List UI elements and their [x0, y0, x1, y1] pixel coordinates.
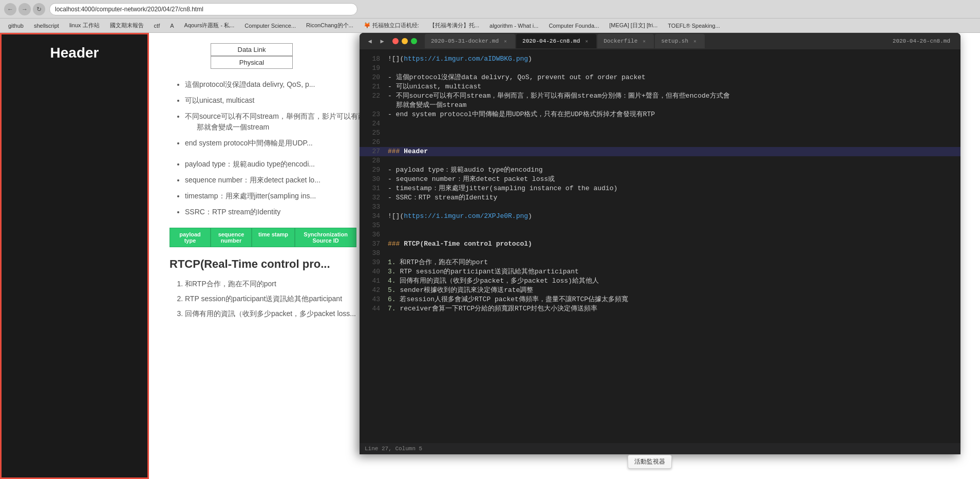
term-line-20: 20 - 這個protocol沒保證data delivry, QoS, pre… — [360, 73, 960, 82]
tab-docker-label: 2020-05-31-docker.md — [431, 38, 499, 44]
back-button[interactable]: ← — [4, 3, 16, 15]
term-line-36: 36 — [360, 230, 960, 240]
term-line-43: 43 6. 若session人很多會減少RTCP packet傳頻率，盡量不讓R… — [360, 295, 960, 304]
term-line-39: 39 1. 和RTP合作，跑在不同的port — [360, 258, 960, 267]
tab-docker-close[interactable]: ✕ — [502, 38, 509, 45]
term-nav-right[interactable]: ▶ — [377, 36, 387, 46]
bookmark-ricon[interactable]: RiconChang的个... — [302, 21, 357, 30]
term-line-41: 41 4. 回傳有用的資訊（收到多少packet，多少packet loss)給… — [360, 277, 960, 286]
term-line-32: 32 - SSRC：RTP stream的Identity — [360, 193, 960, 202]
term-line-23: 23 - end system protocol中間傳輸是用UDP格式，只有在把… — [360, 110, 960, 119]
bookmark-algo[interactable]: algorithm - What i... — [485, 22, 542, 30]
term-line-22: 22 - 不同source可以有不同stream，舉例而言，影片可以有兩個str… — [360, 91, 960, 101]
term-line-25: 25 — [360, 128, 960, 138]
tab-dockerfile-close[interactable]: ✕ — [640, 38, 648, 45]
term-line-42: 42 5. sender根據收到的資訊來決定傳送rate調整 — [360, 286, 960, 295]
title-area: 2020-04-26-cn8.md — [893, 38, 950, 44]
url-text: localhost:4000/computer-network/2020/04/… — [55, 6, 203, 13]
minimize-button[interactable] — [402, 38, 408, 44]
osi-physical: Physical — [211, 56, 293, 69]
terminal-tabs: 2020-05-31-docker.md ✕ 2020-04-26-cn8.md… — [425, 34, 893, 48]
terminal-statusbar: Line 27, Column 5 — [360, 443, 960, 454]
sidebar-title: Header — [50, 45, 99, 61]
table-cell-sequence: sequencenumber — [211, 228, 252, 247]
bookmark-ctf[interactable]: ctf — [150, 22, 164, 30]
tab-setup-label: setup.sh — [661, 38, 688, 44]
term-line-40: 40 3. RTP session的participant送資訊給其他parti… — [360, 267, 960, 277]
term-line-18: 18 ![](​https://i.imgur.com/aIDWBKG.png) — [360, 54, 960, 64]
bookmark-a[interactable]: A — [166, 22, 178, 30]
file-title: 2020-04-26-cn8.md — [893, 38, 950, 44]
term-line-27: 27 ### Header — [360, 147, 960, 156]
browser-toolbar: ← → ↻ localhost:4000/computer-network/20… — [0, 0, 980, 19]
bookmark-aqours[interactable]: Aqours许愿瓶 - 私... — [180, 21, 239, 30]
term-line-21: 21 - 可以unicast, multicast — [360, 82, 960, 91]
bookmark-toefl1[interactable]: 🦊 托福独立口语机经: — [360, 21, 423, 30]
term-line-38: 38 — [360, 249, 960, 258]
tab-setup-close[interactable]: ✕ — [691, 38, 699, 45]
forward-button[interactable]: → — [18, 3, 31, 15]
term-line-44: 44 7. receiver會算一下RTCP分給的頻寬跟RTCP封包大小決定傳送… — [360, 304, 960, 314]
content-area: Header Data Link Physical 這個protocol沒保證d… — [0, 33, 980, 479]
term-line-24: 24 — [360, 119, 960, 128]
nav-buttons: ← → ↻ — [4, 3, 45, 15]
tab-dockerfile-label: Dockerfile — [604, 38, 637, 44]
maximize-button[interactable] — [411, 38, 417, 44]
address-bar[interactable]: localhost:4000/computer-network/2020/04/… — [49, 3, 357, 15]
refresh-button[interactable]: ↻ — [33, 3, 45, 15]
bookmark-cs[interactable]: Computer Science... — [240, 22, 300, 30]
terminal-window: ◀ ▶ 2020-05-31-docker.md ✕ 2020-04-26-cn… — [360, 33, 960, 454]
tab-dockerfile[interactable]: Dockerfile ✕ — [597, 34, 654, 48]
tab-docker[interactable]: 2020-05-31-docker.md ✕ — [425, 34, 515, 48]
term-line-35: 35 — [360, 221, 960, 230]
term-nav-left[interactable]: ◀ — [365, 36, 375, 46]
terminal-content[interactable]: 18 ![](​https://i.imgur.com/aIDWBKG.png)… — [360, 49, 960, 443]
table-cell-timestamp: time stamp — [252, 228, 295, 247]
term-line-34: 34 ![](​https://i.imgur.com/2XPJe0R.png) — [360, 212, 960, 221]
table-cell-sync: SynchronizationSource ID — [295, 228, 356, 247]
tab-cn8[interactable]: 2020-04-26-cn8.md ✕ — [516, 34, 596, 48]
term-line-19: 19 — [360, 64, 960, 73]
tab-cn8-close[interactable]: ✕ — [583, 38, 590, 45]
traffic-lights — [392, 38, 417, 44]
activity-monitor-badge[interactable]: 活動監視器 — [628, 455, 672, 469]
bookmark-mega[interactable]: [MEGA] [日文] [fri... — [605, 21, 662, 30]
close-button[interactable] — [392, 38, 399, 44]
term-line-33: 33 — [360, 202, 960, 212]
bookmark-toefl2[interactable]: 【托福考满分】托... — [425, 21, 483, 30]
term-line-29: 29 - payload type：規範audio type的encoding — [360, 165, 960, 175]
activity-monitor-label: 活動監視器 — [634, 458, 665, 465]
terminal-titlebar: ◀ ▶ 2020-05-31-docker.md ✕ 2020-04-26-cn… — [360, 33, 960, 49]
osi-data-link: Data Link — [211, 43, 293, 56]
bookmark-shellscript[interactable]: shellscript — [30, 22, 63, 30]
bookmarks-bar: github shellscript linux 工作站 國文期末報告 ctf … — [0, 19, 980, 33]
bookmark-linux[interactable]: linux 工作站 — [65, 21, 104, 30]
table-cell-payload: payloadtype — [169, 228, 211, 247]
left-sidebar: Header — [0, 33, 149, 479]
bookmark-github[interactable]: github — [4, 22, 28, 30]
term-line-30: 30 - sequence number：用來detect packet los… — [360, 175, 960, 184]
term-line-31: 31 - timestamp：用來處理jitter(sampling insta… — [360, 184, 960, 193]
term-line-26: 26 — [360, 138, 960, 147]
browser-window: ← → ↻ localhost:4000/computer-network/20… — [0, 0, 980, 479]
bookmark-cf[interactable]: Computer Founda... — [544, 22, 603, 30]
bookmark-toefl3[interactable]: TOEFL® Speaking... — [664, 22, 724, 30]
status-text: Line 27, Column 5 — [365, 446, 422, 452]
term-line-37: 37 ### RTCP(Real-Time control protocol) — [360, 240, 960, 249]
term-line-28: 28 — [360, 156, 960, 165]
tab-cn8-label: 2020-04-26-cn8.md — [522, 38, 580, 44]
term-line-22b: 那就會變成一個stream — [360, 101, 960, 110]
tab-setup[interactable]: setup.sh ✕ — [655, 34, 705, 48]
bookmark-report[interactable]: 國文期末報告 — [106, 21, 148, 30]
